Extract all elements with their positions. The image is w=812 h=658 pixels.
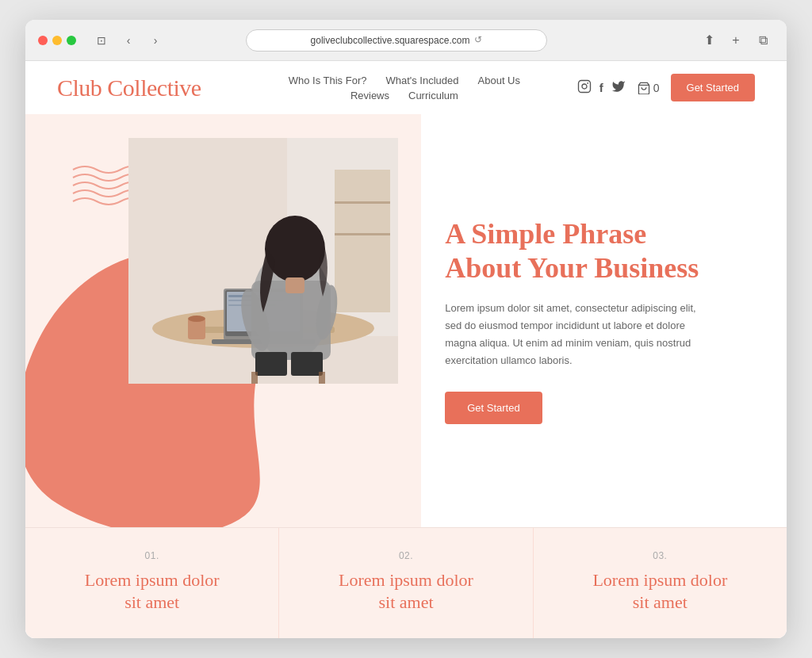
hero-cta-button[interactable]: Get Started — [445, 392, 542, 424]
new-tab-button[interactable]: + — [725, 29, 747, 52]
feature-2-number: 02. — [303, 550, 508, 561]
site-nav: Who Is This For? What's Included About U… — [232, 75, 577, 101]
window-icon-button[interactable]: ⊡ — [90, 29, 113, 52]
svg-rect-25 — [285, 277, 304, 293]
twitter-icon[interactable] — [611, 79, 626, 97]
nav-row-2: Reviews Curriculum — [350, 90, 458, 101]
forward-button[interactable]: › — [144, 29, 167, 52]
feature-3-number: 03. — [557, 550, 763, 561]
nav-reviews[interactable]: Reviews — [350, 90, 389, 101]
feature-col-2: 02. Lorem ipsum dolor sit amet — [279, 528, 533, 638]
hero-body: Lorem ipsum dolor sit amet, consectetur … — [445, 300, 714, 369]
svg-rect-28 — [251, 372, 258, 384]
nav-curriculum[interactable]: Curriculum — [408, 90, 458, 101]
feature-3-title: Lorem ipsum dolor sit amet — [557, 569, 763, 614]
windows-button[interactable]: ⧉ — [752, 29, 774, 52]
address-bar[interactable]: goliveclubcollective.squarespace.com ↺ — [246, 29, 547, 52]
svg-point-19 — [188, 316, 205, 322]
svg-rect-8 — [335, 233, 390, 235]
nav-row-1: Who Is This For? What's Included About U… — [289, 75, 520, 86]
back-button[interactable]: ‹ — [117, 29, 140, 52]
browser-actions: ⬆ + ⧉ — [698, 29, 774, 52]
browser-window: ⊡ ‹ › goliveclubcollective.squarespace.c… — [25, 20, 787, 638]
instagram-icon[interactable] — [577, 79, 592, 97]
browser-chrome: ⊡ ‹ › goliveclubcollective.squarespace.c… — [25, 20, 787, 61]
svg-rect-26 — [255, 352, 287, 376]
forward-icon: › — [154, 34, 158, 47]
nav-who-is-this-for[interactable]: Who Is This For? — [289, 75, 367, 86]
share-icon: ⬆ — [704, 33, 714, 48]
hero-title: A Simple Phrase About Your Business — [445, 217, 747, 285]
page-content: Club Collective Who Is This For? What's … — [25, 61, 787, 638]
feature-1-number: 01. — [49, 550, 255, 561]
header-right: f 0 Get Started — [577, 74, 755, 101]
close-button[interactable] — [38, 36, 48, 45]
cart-count: 0 — [653, 82, 660, 94]
feature-1-title: Lorem ipsum dolor sit amet — [49, 569, 255, 614]
features-section: 01. Lorem ipsum dolor sit amet 02. Lorem… — [25, 527, 787, 638]
svg-point-2 — [587, 82, 588, 83]
url-text: goliveclubcollective.squarespace.com — [311, 35, 470, 46]
window-icon: ⊡ — [97, 34, 106, 47]
reload-icon[interactable]: ↺ — [474, 34, 482, 46]
svg-point-24 — [265, 216, 325, 282]
share-button[interactable]: ⬆ — [698, 29, 720, 52]
add-tab-icon: + — [732, 33, 739, 48]
hero-image — [128, 138, 398, 384]
nav-about-us[interactable]: About Us — [478, 75, 520, 86]
feature-col-1: 01. Lorem ipsum dolor sit amet — [25, 528, 279, 638]
cart-icon — [637, 82, 651, 94]
nav-whats-included[interactable]: What's Included — [385, 75, 458, 86]
header-cta-button[interactable]: Get Started — [671, 74, 755, 101]
facebook-icon[interactable]: f — [599, 81, 603, 94]
svg-rect-0 — [578, 80, 590, 92]
site-logo[interactable]: Club Collective — [57, 75, 232, 101]
browser-controls: ⊡ ‹ › — [90, 29, 167, 52]
traffic-lights — [38, 36, 76, 45]
hero-section: A Simple Phrase About Your Business Lore… — [25, 114, 787, 527]
feature-col-3: 03. Lorem ipsum dolor sit amet — [534, 528, 787, 638]
svg-rect-6 — [335, 170, 390, 312]
svg-rect-27 — [291, 352, 323, 376]
windows-icon: ⧉ — [759, 33, 768, 48]
svg-point-1 — [582, 84, 587, 89]
site-header: Club Collective Who Is This For? What's … — [25, 61, 787, 114]
svg-rect-7 — [335, 201, 390, 204]
fullscreen-button[interactable] — [67, 36, 76, 45]
minimize-button[interactable] — [52, 36, 62, 45]
cart-area[interactable]: 0 — [637, 82, 660, 94]
svg-rect-29 — [319, 372, 325, 384]
hero-right: A Simple Phrase About Your Business Lore… — [421, 114, 787, 527]
back-icon: ‹ — [127, 34, 131, 47]
social-icons: f — [577, 79, 626, 97]
hero-left — [25, 114, 421, 527]
feature-2-title: Lorem ipsum dolor sit amet — [303, 569, 508, 614]
hero-photo — [128, 138, 398, 384]
